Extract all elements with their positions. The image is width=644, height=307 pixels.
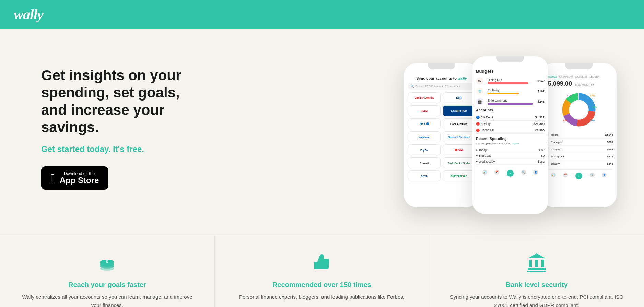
transport-amount: $788 (607, 141, 613, 144)
dining-label: Dining Out (488, 78, 536, 82)
tab-cashflow[interactable]: CASHFLOW (559, 75, 573, 78)
account-amount-savings: $23,800 (533, 122, 545, 126)
phone-notch-right (565, 63, 593, 69)
home-amount: $2,843 (605, 133, 613, 137)
logo: wally (14, 6, 43, 23)
recent-spending-section: Recent Spending You've spent $284 this w… (476, 137, 545, 165)
account-name-citi: 🔵 Citi Debit (476, 116, 493, 119)
bank-item: PayPal (408, 144, 441, 155)
donut-chart: 17% 17% 25% 27% 13% (560, 91, 598, 129)
bank-item: Emirates NBD (443, 105, 475, 116)
amount-wednesday: $162 (538, 160, 545, 163)
dining-amount-right: $622 (607, 155, 613, 158)
account-amount-citi: $4,322 (535, 116, 545, 119)
clothing-name-right: Clothing (551, 148, 561, 151)
bank-icon (450, 252, 623, 275)
nav-calendar-icon[interactable]: 📅 (494, 170, 499, 175)
svg-rect-15 (529, 260, 532, 267)
dining-name-right: Dining Out (551, 155, 564, 158)
amount-today: $82 (539, 148, 545, 152)
bank-item: coinbase (408, 131, 441, 142)
sync-brand: wally (458, 76, 467, 80)
clothing-bar (488, 93, 519, 94)
svg-rect-17 (541, 260, 544, 267)
phone-middle-content: Budgets 🍽 Dining Out $142 👕 (472, 65, 548, 183)
search-placeholder: Search 15,000 banks in 70 countries (415, 85, 460, 88)
analytics-list: 🏠 Home $2,843 🚗 Transport $788 (545, 131, 613, 167)
clothing-label: Clothing (488, 88, 536, 92)
nav-calendar-icon-r[interactable]: 📅 (563, 173, 568, 177)
account-hsbc: 🔴 HSBC UK £6,900 (476, 127, 545, 134)
nav-profile-icon[interactable]: 👤 (533, 170, 538, 175)
beauty-amount: $143 (607, 162, 613, 165)
bank-search-bar[interactable]: 🔍 Search 15,000 banks in 70 countries (408, 83, 475, 90)
chart-label-green: 13% (592, 106, 597, 108)
app-store-line1: Download on the (60, 171, 99, 176)
feature-security: Bank level security Syncing your account… (429, 235, 644, 307)
feature-recommended: Recommended over 150 times Personal fina… (215, 235, 430, 307)
phone-left-content: Sync your accounts to wally 🔍 Search 15,… (404, 72, 479, 186)
recent-title: Recent Spending (476, 137, 545, 141)
day-thursday: ● Thursday (476, 154, 491, 157)
security-desc: Syncing your accounts to Wally is encryp… (450, 293, 623, 307)
budget-item-entertainment: 🎬 Entertainment $243 (476, 98, 545, 105)
home-name: Home (551, 133, 558, 137)
analytics-clothing: 👕 Clothing $703 (545, 146, 613, 153)
transport-name: Transport (551, 141, 563, 144)
phone-right-content: SPENDING CASHFLOW BALANCES LEDGER $5,099… (541, 72, 617, 186)
analytics-home: 🏠 Home $2,843 (545, 131, 613, 139)
svg-marker-14 (528, 253, 546, 258)
account-name-savings: 🔴 Savings (476, 122, 492, 126)
nav-profile-icon-r[interactable]: 👤 (602, 173, 607, 177)
entertainment-icon: 🎬 (476, 98, 483, 105)
account-amount-hsbc: £6,900 (535, 129, 545, 132)
tab-ledger[interactable]: LEDGER (590, 75, 600, 78)
analytics-tabs: SPENDING CASHFLOW BALANCES LEDGER (545, 75, 613, 78)
accounts-title: Accounts (476, 108, 545, 112)
goals-title: Reach your goals faster (21, 281, 194, 289)
nav-add-icon-r[interactable]: + (575, 173, 582, 179)
bank-item: ADIB 🔵 (408, 118, 441, 129)
clothing-amount-right: $703 (607, 148, 613, 151)
chart-label-purple: 17% (567, 94, 572, 97)
nav-chart-icon[interactable]: 📊 (482, 170, 487, 175)
apple-icon:  (51, 172, 55, 184)
entertainment-label: Entertainment (488, 99, 536, 102)
coins-icon: $ (21, 252, 194, 275)
bank-item: State Bank of India (443, 157, 475, 168)
spending-wednesday: ● Wednesday $162 (476, 159, 545, 165)
bank-item: HSBC (408, 105, 441, 116)
analytics-period: THIS MONTH ▾ (575, 83, 594, 86)
account-savings: 🔴 Savings $23,800 (476, 121, 545, 127)
sync-title: Sync your accounts to wally (408, 76, 475, 80)
spending-thursday: ● Thursday $0 (476, 153, 545, 159)
app-store-button[interactable]:  Download on the App Store (41, 166, 108, 190)
analytics-total: $5,099.00 (545, 80, 572, 87)
security-title: Bank level security (450, 281, 623, 289)
nav-search-icon-r[interactable]: 🔍 (590, 173, 595, 177)
budget-item-clothing: 👕 Clothing $192 (476, 87, 545, 95)
day-today: ● Today (476, 148, 487, 152)
bank-grid: Bank of America citi HSBC Emirates NBD A… (408, 92, 475, 181)
svg-rect-16 (535, 260, 538, 267)
hero-section: Get insights on your spending, set goals… (0, 29, 644, 235)
phone-notch-middle (496, 56, 524, 62)
phone-budgets: Budgets 🍽 Dining Out $142 👕 (472, 56, 548, 214)
analytics-transport: 🚗 Transport $788 (545, 139, 613, 146)
svg-rect-19 (527, 271, 546, 272)
entertainment-amount: $243 (538, 100, 545, 103)
spent-info: You've spent $284 this week. ↑12% (476, 142, 545, 145)
svg-text:$: $ (106, 260, 108, 264)
nav-search-icon[interactable]: 🔍 (521, 170, 526, 175)
app-store-line2: App Store (60, 176, 99, 185)
nav-chart-icon-r[interactable]: 📊 (551, 173, 556, 177)
clothing-icon: 👕 (476, 87, 483, 95)
bank-item: Bank Australia (443, 118, 475, 129)
svg-rect-18 (528, 268, 546, 270)
nav-add-icon[interactable]: + (507, 170, 514, 177)
chart-label-blue: 27% (590, 119, 595, 122)
tab-balances[interactable]: BALANCES (575, 75, 587, 78)
phone-bottom-nav-middle: 📊 📅 + 🔍 👤 (476, 167, 545, 179)
beauty-name: Beauty (551, 162, 560, 165)
phone-bank-sync: Sync your accounts to wally 🔍 Search 15,… (404, 63, 479, 207)
